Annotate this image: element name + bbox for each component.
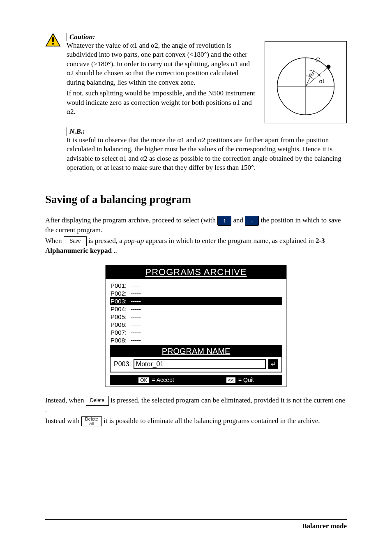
footer-quit-text: = Quit — [237, 377, 254, 383]
popup-title: PROGRAM NAME — [111, 346, 281, 357]
caution-heading: Caution: — [69, 33, 95, 41]
program-id: P007: — [111, 329, 127, 336]
list-item[interactable]: P005:----- — [110, 313, 282, 321]
svg-point-8 — [326, 65, 330, 69]
caution-block: Caution: Whatever the value of α1 and α2… — [45, 33, 347, 123]
caution-para-1: Whatever the value of α1 and α2, the ang… — [67, 41, 257, 87]
svg-rect-1 — [52, 37, 54, 42]
warning-icon — [45, 33, 61, 49]
arrow-up-icon[interactable]: ↑ — [217, 216, 231, 226]
caution-para-2: If not, such splitting would be impossib… — [67, 89, 257, 116]
body-text: and — [233, 216, 245, 224]
program-id: P006: — [111, 321, 127, 328]
list-item[interactable]: P004:----- — [110, 305, 282, 313]
body-paragraph-2: When Save is pressed, a pop-up appears i… — [45, 236, 347, 256]
body-text: it is possible to eliminate all the bala… — [104, 417, 320, 425]
delete-button[interactable]: Delete — [86, 396, 109, 406]
alpha1-label: α1 — [319, 79, 325, 84]
list-item[interactable]: P008:----- — [110, 336, 282, 344]
footer-accept-text: = Accept — [150, 377, 174, 383]
footer-rule — [45, 519, 347, 520]
body-text: Instead, when — [45, 396, 86, 404]
body-text: is pressed, a — [88, 237, 124, 245]
program-name-popup: PROGRAM NAME P003: Motor_01 ↵ — [110, 345, 282, 372]
body-paragraph-4: Instead with Delete all it is possible t… — [45, 416, 347, 426]
page-footer: Balancer mode — [302, 522, 347, 530]
program-id: P003: — [111, 298, 127, 305]
body-text: Instead with — [45, 417, 81, 425]
body-text-italic: pop-up — [124, 237, 144, 245]
programs-archive-screenshot: PROGRAMS ARCHIVE P001:-----P002:-----P00… — [105, 265, 287, 387]
program-value: ----- — [131, 298, 141, 305]
program-value: ----- — [131, 282, 141, 289]
body-text: appears in which to enter the program na… — [145, 237, 316, 245]
program-list: P001:-----P002:-----P003:-----P004:-----… — [106, 279, 286, 345]
footer-accept: OK = Accept — [138, 377, 174, 384]
body-paragraph-1: After displaying the program archive, pr… — [45, 216, 347, 235]
popup-prefix: P003: — [114, 361, 131, 368]
program-id: P002: — [111, 290, 127, 297]
screenshot-footer: OK = Accept << = Quit — [110, 375, 282, 385]
program-value: ----- — [131, 305, 141, 312]
delete-all-line2: all — [85, 421, 98, 426]
list-item[interactable]: P002:----- — [110, 289, 282, 297]
back-key[interactable]: << — [226, 377, 236, 384]
program-id: P005: — [111, 313, 127, 320]
body-text: .. — [113, 247, 117, 254]
ok-key[interactable]: OK — [138, 377, 149, 384]
delete-all-button[interactable]: Delete all — [81, 416, 102, 426]
svg-rect-2 — [52, 43, 54, 45]
list-item[interactable]: P003:----- — [110, 297, 282, 305]
list-item[interactable]: P001:----- — [110, 282, 282, 289]
program-id: P008: — [111, 337, 127, 344]
program-value: ----- — [131, 321, 141, 328]
list-item[interactable]: P006:----- — [110, 321, 282, 328]
program-value: ----- — [131, 337, 141, 344]
nb-block: N.B.: It is useful to observe that the m… — [67, 127, 347, 173]
body-text: When — [45, 237, 64, 245]
body-text: After displaying the program archive, pr… — [45, 216, 217, 224]
body-paragraph-3: Instead, when Delete is pressed, the sel… — [45, 396, 347, 415]
program-id: P004: — [111, 305, 127, 312]
caution-figure: α1 α2 — [265, 41, 347, 123]
footer-quit: << = Quit — [226, 377, 254, 384]
arrow-down-icon[interactable]: ↓ — [245, 216, 259, 226]
program-value: ----- — [131, 290, 141, 297]
program-id: P001: — [111, 282, 127, 289]
program-name-input[interactable]: Motor_01 — [134, 359, 266, 369]
section-title: Saving of a balancing program — [45, 193, 347, 206]
nb-text: It is useful to observe that the more th… — [67, 136, 347, 173]
return-icon[interactable]: ↵ — [268, 359, 278, 369]
alpha2-label: α2 — [309, 72, 314, 77]
screenshot-title: PROGRAMS ARCHIVE — [106, 265, 286, 279]
list-item[interactable]: P007:----- — [110, 328, 282, 336]
save-button[interactable]: Save — [64, 236, 87, 246]
program-value: ----- — [131, 313, 141, 320]
nb-heading: N.B.: — [69, 127, 85, 135]
program-value: ----- — [131, 329, 141, 336]
